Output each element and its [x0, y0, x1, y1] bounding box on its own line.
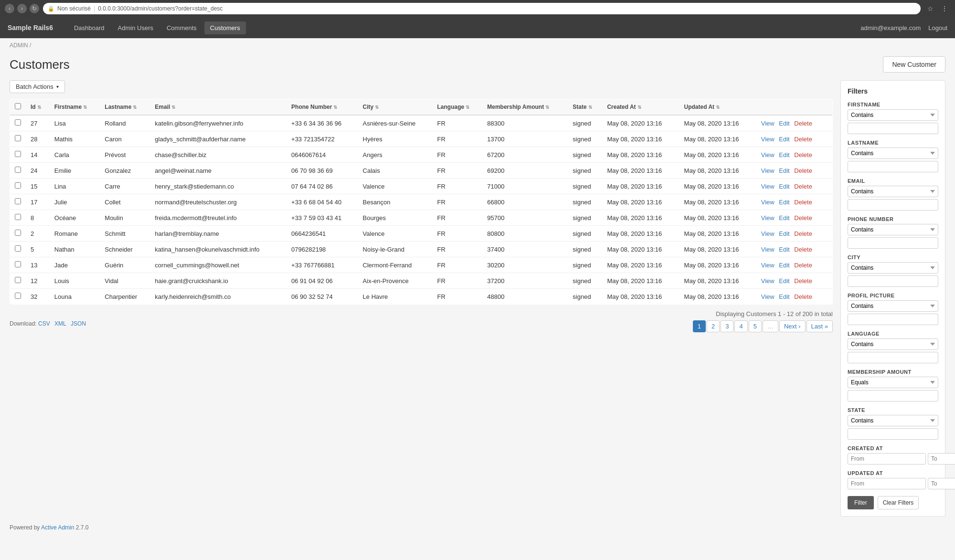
edit-link-5[interactable]: Edit: [779, 199, 789, 206]
nav-admin-users[interactable]: Admin Users: [112, 21, 159, 34]
edit-link-1[interactable]: Edit: [779, 136, 789, 143]
select-all-checkbox[interactable]: [15, 103, 21, 109]
edit-link-4[interactable]: Edit: [779, 183, 789, 190]
filter-language-select[interactable]: ContainsEqualsStarts withEnds with: [848, 338, 938, 350]
last-page-button[interactable]: Last »: [806, 320, 833, 332]
edit-link-9[interactable]: Edit: [779, 262, 789, 269]
filter-email-input[interactable]: [848, 199, 938, 211]
nav-comments[interactable]: Comments: [161, 21, 202, 34]
view-link-6[interactable]: View: [761, 214, 775, 222]
delete-link-4[interactable]: Delete: [794, 183, 812, 190]
delete-link-3[interactable]: Delete: [794, 167, 812, 174]
filter-profil-input[interactable]: [848, 314, 938, 325]
menu-icon[interactable]: ⋮: [939, 3, 950, 14]
edit-link-0[interactable]: Edit: [779, 120, 789, 127]
row-select-10[interactable]: [15, 277, 21, 283]
logout-link[interactable]: Logout: [928, 24, 947, 32]
view-link-1[interactable]: View: [761, 136, 775, 143]
batch-actions-button[interactable]: Batch Actions ▾: [10, 80, 65, 93]
edit-link-10[interactable]: Edit: [779, 277, 789, 285]
filter-phone-select[interactable]: ContainsEqualsStarts withEnds with: [848, 224, 938, 235]
filter-updated-to[interactable]: [928, 478, 955, 489]
star-icon[interactable]: ☆: [924, 3, 936, 14]
filter-button[interactable]: Filter: [848, 496, 874, 509]
edit-link-8[interactable]: Edit: [779, 246, 789, 253]
edit-link-3[interactable]: Edit: [779, 167, 789, 174]
filter-lastname-select[interactable]: ContainsEqualsStarts withEnds with: [848, 148, 938, 159]
download-csv[interactable]: CSV: [38, 320, 50, 327]
filter-membership-select[interactable]: EqualsGreater thanLess than: [848, 377, 938, 388]
col-email[interactable]: Email⇅: [150, 99, 286, 116]
col-lastname[interactable]: Lastname⇅: [100, 99, 150, 116]
view-link-10[interactable]: View: [761, 277, 775, 285]
filter-firstname-select[interactable]: ContainsEqualsStarts withEnds with: [848, 109, 938, 121]
page-1-button[interactable]: 1: [693, 320, 706, 332]
filter-membership-input[interactable]: [848, 390, 938, 402]
filter-email-select[interactable]: ContainsEqualsStarts withEnds with: [848, 186, 938, 197]
row-select-8[interactable]: [15, 245, 21, 252]
clear-filters-button[interactable]: Clear Filters: [878, 496, 919, 509]
row-select-0[interactable]: [15, 119, 21, 126]
filter-state-input[interactable]: [848, 428, 938, 440]
col-firstname[interactable]: Firstname⇅: [50, 99, 100, 116]
row-select-7[interactable]: [15, 230, 21, 236]
delete-link-6[interactable]: Delete: [794, 214, 812, 222]
forward-button[interactable]: ›: [17, 4, 27, 13]
page-2-button[interactable]: 2: [707, 320, 720, 332]
download-xml[interactable]: XML: [54, 320, 66, 327]
col-city[interactable]: City⇅: [358, 99, 433, 116]
new-customer-button[interactable]: New Customer: [883, 56, 945, 73]
filter-firstname-input[interactable]: [848, 123, 938, 134]
back-button[interactable]: ‹: [5, 4, 14, 13]
filter-updated-from[interactable]: [848, 478, 926, 489]
delete-link-7[interactable]: Delete: [794, 230, 812, 237]
page-3-button[interactable]: 3: [721, 320, 733, 332]
filter-language-input[interactable]: [848, 352, 938, 363]
row-select-1[interactable]: [15, 135, 21, 141]
active-admin-link[interactable]: Active Admin: [41, 524, 74, 531]
page-5-button[interactable]: 5: [749, 320, 762, 332]
delete-link-2[interactable]: Delete: [794, 151, 812, 158]
col-phone[interactable]: Phone Number⇅: [286, 99, 358, 116]
delete-link-8[interactable]: Delete: [794, 246, 812, 253]
page-4-button[interactable]: 4: [734, 320, 747, 332]
delete-link-0[interactable]: Delete: [794, 120, 812, 127]
col-language[interactable]: Language⇅: [433, 99, 483, 116]
row-select-11[interactable]: [15, 293, 21, 299]
view-link-7[interactable]: View: [761, 230, 775, 237]
view-link-9[interactable]: View: [761, 262, 775, 269]
col-id[interactable]: Id⇅: [26, 99, 50, 116]
filter-state-select[interactable]: ContainsEqualsStarts withEnds with: [848, 415, 938, 426]
edit-link-11[interactable]: Edit: [779, 293, 789, 300]
filter-created-to[interactable]: [928, 453, 955, 465]
download-json[interactable]: JSON: [71, 320, 86, 327]
edit-link-7[interactable]: Edit: [779, 230, 789, 237]
address-bar[interactable]: 🔒 Non sécurisé | 0.0.0.0:3000/admin/cust…: [43, 3, 921, 14]
row-select-5[interactable]: [15, 198, 21, 204]
filter-profil-select[interactable]: ContainsEqualsStarts withEnds with: [848, 300, 938, 312]
delete-link-9[interactable]: Delete: [794, 262, 812, 269]
edit-link-6[interactable]: Edit: [779, 214, 789, 222]
view-link-3[interactable]: View: [761, 167, 775, 174]
col-membership[interactable]: Membership Amount⇅: [482, 99, 568, 116]
delete-link-10[interactable]: Delete: [794, 277, 812, 285]
edit-link-2[interactable]: Edit: [779, 151, 789, 158]
reload-button[interactable]: ↻: [30, 4, 39, 13]
view-link-2[interactable]: View: [761, 151, 775, 158]
col-updated[interactable]: Updated At⇅: [679, 99, 756, 116]
filter-city-input[interactable]: [848, 275, 938, 287]
delete-link-11[interactable]: Delete: [794, 293, 812, 300]
view-link-5[interactable]: View: [761, 199, 775, 206]
delete-link-1[interactable]: Delete: [794, 136, 812, 143]
filter-lastname-input[interactable]: [848, 161, 938, 172]
row-select-2[interactable]: [15, 151, 21, 157]
row-select-3[interactable]: [15, 167, 21, 173]
next-page-button[interactable]: Next ›: [779, 320, 806, 332]
row-select-9[interactable]: [15, 261, 21, 267]
view-link-11[interactable]: View: [761, 293, 775, 300]
nav-dashboard[interactable]: Dashboard: [68, 21, 110, 34]
col-created[interactable]: Created At⇅: [602, 99, 679, 116]
row-select-6[interactable]: [15, 214, 21, 220]
view-link-8[interactable]: View: [761, 246, 775, 253]
delete-link-5[interactable]: Delete: [794, 199, 812, 206]
